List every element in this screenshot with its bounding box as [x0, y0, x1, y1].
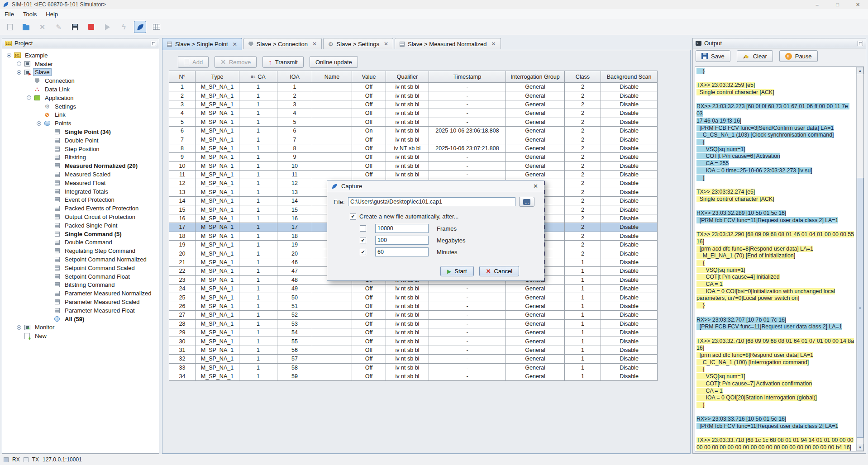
- table-cell[interactable]: Off: [352, 162, 386, 171]
- table-cell[interactable]: 4: [277, 109, 312, 118]
- table-cell[interactable]: 14: [277, 197, 312, 205]
- table-cell[interactable]: 1: [239, 100, 277, 109]
- table-cell[interactable]: General: [506, 337, 565, 346]
- column-header-timestamp[interactable]: Timestamp: [429, 71, 506, 83]
- table-cell[interactable]: Disable: [601, 311, 658, 319]
- table-cell[interactable]: 34: [169, 372, 196, 381]
- table-cell[interactable]: Disable: [601, 188, 658, 197]
- pause-button[interactable]: II Pause: [779, 50, 818, 62]
- table-cell[interactable]: [312, 153, 352, 161]
- expand-handle[interactable]: [17, 70, 21, 75]
- table-cell[interactable]: 1: [565, 320, 601, 328]
- tree-item-regulating-step-command[interactable]: Regulating Step Command: [2, 247, 159, 255]
- tab-slave-settings[interactable]: ⚙Slave > Settings✕: [323, 38, 393, 49]
- table-cell[interactable]: 49: [277, 285, 312, 293]
- table-cell[interactable]: M_SP_NA_1: [196, 320, 239, 328]
- table-cell[interactable]: General: [506, 91, 565, 100]
- table-cell[interactable]: 15: [277, 205, 312, 214]
- table-cell[interactable]: [312, 346, 352, 355]
- table-cell[interactable]: 20: [277, 249, 312, 258]
- expand-handle[interactable]: [7, 53, 11, 57]
- table-cell[interactable]: 18: [277, 232, 312, 241]
- collapse-panel-button[interactable]: [858, 41, 863, 46]
- tree-item-setpoint-command-scaled[interactable]: Setpoint Command Scaled: [2, 264, 159, 272]
- table-cell[interactable]: -: [429, 355, 506, 363]
- table-cell[interactable]: [312, 293, 352, 302]
- table-cell[interactable]: Off: [352, 83, 386, 91]
- table-cell[interactable]: M_SP_NA_1: [196, 179, 239, 188]
- table-cell[interactable]: iv nt sb bl: [386, 100, 429, 109]
- table-cell[interactable]: Off: [352, 320, 386, 328]
- table-cell[interactable]: General: [506, 285, 565, 293]
- table-cell[interactable]: 1: [239, 109, 277, 118]
- table-cell[interactable]: 1: [239, 214, 277, 223]
- table-cell[interactable]: [312, 127, 352, 135]
- table-row[interactable]: 8M_SP_NA_118Offiv NT sb bl2025-10-06 23:…: [169, 144, 658, 153]
- frames-limit-input[interactable]: [375, 224, 429, 233]
- table-cell[interactable]: 1: [239, 144, 277, 153]
- table-cell[interactable]: General: [506, 118, 565, 127]
- table-cell[interactable]: iv nt sb bl: [386, 135, 429, 144]
- table-cell[interactable]: iv nt sb bl: [386, 127, 429, 135]
- expand-handle[interactable]: [17, 62, 21, 66]
- table-cell[interactable]: Off: [352, 118, 386, 127]
- table-cell[interactable]: [312, 355, 352, 363]
- table-cell[interactable]: 1: [565, 302, 601, 311]
- table-cell[interactable]: 23: [169, 276, 196, 285]
- table-cell[interactable]: Off: [352, 171, 386, 179]
- table-cell[interactable]: 1: [565, 328, 601, 337]
- table-cell[interactable]: iv nt sb bl: [386, 153, 429, 161]
- toolbar-grid-table-button[interactable]: [150, 21, 162, 33]
- table-cell[interactable]: 8: [169, 144, 196, 153]
- table-cell[interactable]: 1: [239, 372, 277, 381]
- table-cell[interactable]: M_SP_NA_1: [196, 372, 239, 381]
- table-cell[interactable]: [312, 311, 352, 319]
- table-cell[interactable]: [312, 162, 352, 171]
- table-cell[interactable]: Disable: [601, 83, 658, 91]
- table-cell[interactable]: M_SP_NA_1: [196, 302, 239, 311]
- table-cell[interactable]: Disable: [601, 276, 658, 285]
- minutes-checkbox[interactable]: ✔: [360, 249, 366, 255]
- table-cell[interactable]: 2: [565, 249, 601, 258]
- table-row[interactable]: 26M_SP_NA_1151Offiv nt sb bl-General1Dis…: [169, 302, 658, 311]
- table-cell[interactable]: 3: [169, 100, 196, 109]
- table-cell[interactable]: M_SP_NA_1: [196, 214, 239, 223]
- toolbar-lightning-button[interactable]: ϟ: [118, 21, 130, 33]
- toolbar-close-x-button[interactable]: ✕: [36, 21, 48, 33]
- add-button[interactable]: Add: [178, 56, 209, 68]
- table-cell[interactable]: M_SP_NA_1: [196, 328, 239, 337]
- table-cell[interactable]: 2: [565, 83, 601, 91]
- table-cell[interactable]: M_SP_NA_1: [196, 188, 239, 197]
- tree-item-bitstring[interactable]: Bitstring: [2, 153, 159, 162]
- table-cell[interactable]: General: [506, 83, 565, 91]
- table-cell[interactable]: 1: [239, 91, 277, 100]
- megabytes-limit-input[interactable]: [375, 236, 429, 245]
- table-cell[interactable]: 1: [239, 162, 277, 171]
- table-cell[interactable]: 1: [277, 83, 312, 91]
- table-row[interactable]: 2M_SP_NA_112Offiv nt sb bl-General2Disab…: [169, 91, 658, 100]
- table-cell[interactable]: 1: [565, 337, 601, 346]
- tab-close-icon[interactable]: ✕: [384, 41, 388, 47]
- dialog-close-icon[interactable]: ✕: [531, 183, 540, 190]
- table-cell[interactable]: Disable: [601, 293, 658, 302]
- table-cell[interactable]: General: [506, 320, 565, 328]
- table-cell[interactable]: 1: [239, 328, 277, 337]
- table-cell[interactable]: 1: [239, 188, 277, 197]
- table-cell[interactable]: iv nt sb bl: [386, 302, 429, 311]
- table-cell[interactable]: General: [506, 328, 565, 337]
- table-row[interactable]: 6M_SP_NA_116Oniv nt sb bl2025-10-06 23:0…: [169, 127, 658, 135]
- tree-item-parameter-measured-scaled[interactable]: Parameter Measured Scaled: [2, 298, 159, 306]
- table-cell[interactable]: General: [506, 346, 565, 355]
- column-header-class[interactable]: Class: [565, 71, 601, 83]
- table-cell[interactable]: 50: [277, 293, 312, 302]
- table-cell[interactable]: 2: [565, 127, 601, 135]
- table-cell[interactable]: 13: [277, 188, 312, 197]
- column-header-background-scan[interactable]: Background Scan: [601, 71, 658, 83]
- table-cell[interactable]: 26: [169, 302, 196, 311]
- tree-item-single-point-34[interactable]: Single Point (34): [2, 128, 159, 136]
- table-cell[interactable]: General: [506, 162, 565, 171]
- table-row[interactable]: 27M_SP_NA_1152Offiv nt sb bl-General1Dis…: [169, 311, 658, 319]
- tree-item-parameter-measured-normalized[interactable]: Parameter Measured Normalized: [2, 289, 159, 298]
- table-row[interactable]: 34M_SP_NA_1159Offiv nt sb bl-General1Dis…: [169, 372, 658, 381]
- table-cell[interactable]: 1: [565, 311, 601, 319]
